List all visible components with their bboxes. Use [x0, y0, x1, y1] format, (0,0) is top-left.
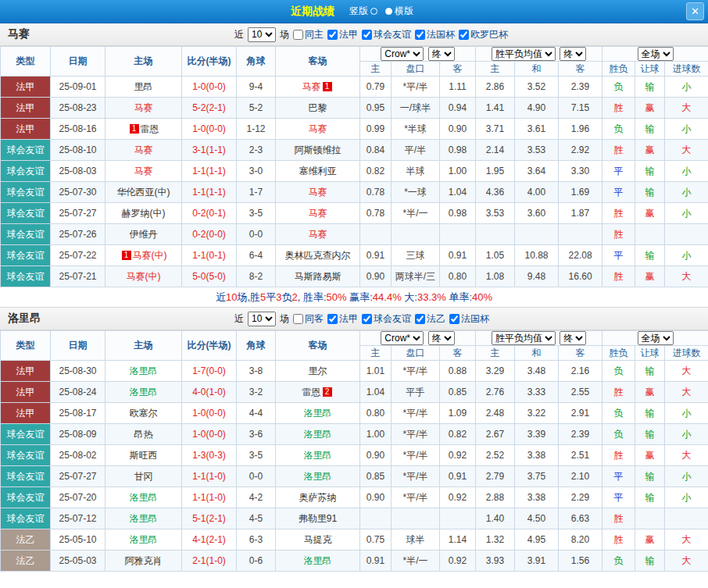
team-link[interactable]: 斯旺西: [130, 450, 158, 461]
avg-home-cell: 2.67: [476, 424, 515, 445]
team-link[interactable]: 阿斯顿维拉: [295, 144, 341, 155]
checkbox-icon[interactable]: [415, 314, 425, 324]
team-link[interactable]: 雷恩: [302, 387, 321, 397]
checkbox-icon[interactable]: [293, 30, 303, 40]
odds-away-cell: 0.88: [440, 361, 476, 382]
checkbox-icon[interactable]: [415, 30, 425, 40]
filter-checkbox[interactable]: 同客: [293, 312, 324, 326]
layout-vertical-option[interactable]: 竖版: [349, 5, 377, 18]
team-link[interactable]: 巴黎: [309, 102, 327, 113]
filter-checkbox[interactable]: 法甲: [327, 28, 358, 41]
team-link[interactable]: 洛里昂: [130, 534, 158, 545]
team-link[interactable]: 洛里昂: [304, 429, 332, 440]
team-link[interactable]: 马赛: [309, 208, 327, 219]
team-link[interactable]: 马赛(中): [133, 250, 167, 261]
odds-company-select[interactable]: Crow*: [381, 47, 424, 61]
odds-time-select[interactable]: 终: [428, 47, 455, 61]
checkbox-icon[interactable]: [449, 314, 459, 324]
team-link[interactable]: 马赛: [302, 81, 321, 92]
filter-label: 法国杯: [461, 312, 489, 326]
filter-checkbox[interactable]: 法乙: [415, 312, 445, 326]
avg-odds-select[interactable]: 胜平负均值: [492, 47, 556, 61]
filter-checkbox[interactable]: 欧罗巴杯: [459, 28, 508, 41]
wdl-result-cell: 胜: [603, 382, 635, 403]
avg-time-select[interactable]: 终: [560, 331, 586, 345]
team-link[interactable]: 里尔: [309, 365, 327, 376]
radio-unselected-icon[interactable]: [370, 8, 377, 15]
odds-away-cell: 0.92: [440, 487, 476, 508]
odds-home-cell: 1.01: [360, 361, 392, 382]
col-home: 主场: [105, 47, 182, 77]
checkbox-icon[interactable]: [327, 314, 338, 324]
filter-checkbox[interactable]: 法国杯: [415, 28, 455, 41]
close-icon[interactable]: ✕: [686, 2, 704, 20]
team-link[interactable]: 马赛(中): [127, 271, 161, 282]
team-link[interactable]: 洛里昂: [130, 365, 158, 376]
corners-cell: 1-7: [237, 182, 276, 203]
team-link[interactable]: 弗勒里91: [299, 513, 337, 524]
filter-checkbox[interactable]: 法国杯: [449, 312, 489, 326]
avg-draw-cell: 3.75: [515, 466, 559, 487]
avg-draw-cell: 4.00: [515, 182, 559, 203]
checkbox-icon[interactable]: [362, 30, 372, 40]
team-link[interactable]: 马赛: [309, 229, 327, 240]
team-link[interactable]: 奥林匹克查内尔: [285, 250, 351, 261]
team-link[interactable]: 马赛: [134, 102, 153, 113]
odds-time-select[interactable]: 终: [428, 331, 455, 345]
red-card-badge: 1: [122, 251, 131, 260]
team-link[interactable]: 马提克: [304, 534, 332, 545]
scope-select[interactable]: 全场: [638, 331, 674, 345]
team-link[interactable]: 赫罗纳(中): [122, 208, 166, 219]
checkbox-icon[interactable]: [293, 314, 303, 324]
match-count-select[interactable]: 10: [248, 312, 276, 326]
team-link[interactable]: 奥萨苏纳: [299, 492, 337, 503]
handicap-result-cell: 输: [635, 551, 665, 572]
avg-home-cell: 2.86: [476, 77, 515, 98]
team-link[interactable]: 马赛: [309, 123, 327, 134]
odds-company-select[interactable]: Crow*: [381, 331, 424, 345]
filter-checkbox[interactable]: 同主: [293, 28, 324, 41]
col-avg-home: 主: [476, 346, 515, 361]
odds-group-header: Crow* 终: [360, 47, 476, 62]
filter-checkbox[interactable]: 法甲: [327, 312, 358, 326]
radio-selected-icon[interactable]: [385, 8, 392, 15]
team-link[interactable]: 洛里昂: [304, 555, 332, 566]
team-link[interactable]: 阿雅克肖: [125, 555, 163, 566]
team-link[interactable]: 洛里昂: [304, 450, 332, 461]
team-link[interactable]: 洛里昂: [304, 471, 332, 482]
handicap-result-cell: [635, 224, 665, 245]
scope-select[interactable]: 全场: [638, 47, 674, 61]
avg-odds-select[interactable]: 胜平负均值: [492, 331, 556, 345]
checkbox-icon[interactable]: [459, 30, 469, 40]
team-link[interactable]: 甘冈: [134, 471, 153, 482]
team-link[interactable]: 华伦西亚(中): [117, 187, 170, 198]
filter-checkbox[interactable]: 球会友谊: [362, 312, 411, 326]
match-count-select[interactable]: 10: [248, 27, 276, 42]
layout-horizontal-option[interactable]: 横版: [385, 5, 413, 18]
team-link[interactable]: 洛里昂: [130, 513, 158, 524]
home-team-cell: 赫罗纳(中): [105, 203, 182, 224]
match-row: 法甲25-09-01里昂1-0(0-0)9-4马赛10.79*平/半1.112.…: [1, 77, 708, 98]
team-link[interactable]: 里昂: [134, 81, 153, 92]
team-link[interactable]: 洛里昂: [304, 408, 332, 419]
avg-time-select[interactable]: 终: [560, 47, 586, 61]
filter-checkbox[interactable]: 球会友谊: [362, 28, 411, 41]
goals-result-cell: 小: [665, 161, 708, 182]
date-cell: 25-08-09: [51, 424, 105, 445]
team-link[interactable]: 昂热: [134, 429, 153, 440]
home-team-cell: 阿雅克肖: [105, 551, 182, 572]
team-link[interactable]: 马赛: [134, 166, 153, 176]
team-link[interactable]: 塞维利亚: [299, 166, 337, 176]
team-link[interactable]: 欧塞尔: [130, 408, 158, 419]
team-link[interactable]: 洛里昂: [130, 492, 158, 503]
team-link[interactable]: 马赛: [309, 187, 327, 198]
team-link[interactable]: 伊维丹: [130, 229, 158, 240]
team-link[interactable]: 马斯路易斯: [295, 271, 341, 282]
checkbox-icon[interactable]: [362, 314, 372, 324]
checkbox-icon[interactable]: [327, 30, 338, 40]
col-date: 日期: [51, 47, 105, 77]
team-link[interactable]: 雷恩: [141, 123, 159, 134]
team-link[interactable]: 洛里昂: [130, 387, 158, 397]
home-team-cell: 洛里昂: [105, 508, 182, 529]
team-link[interactable]: 马赛: [134, 144, 153, 155]
